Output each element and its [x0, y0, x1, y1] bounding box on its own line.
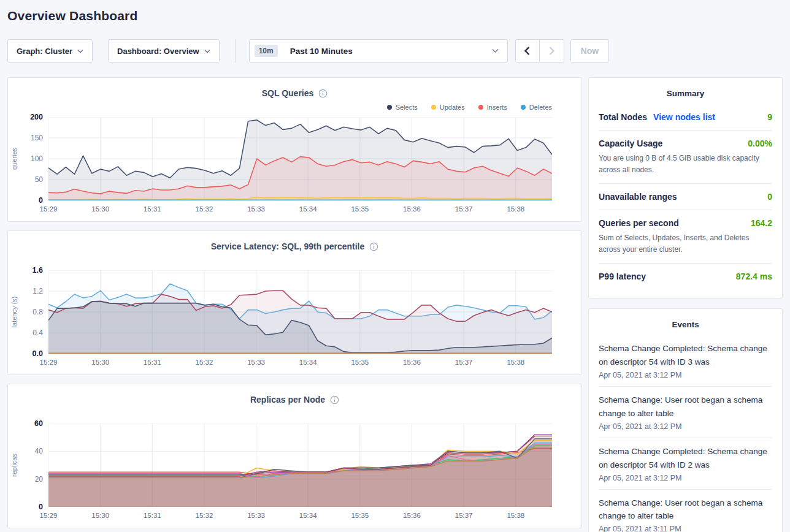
x-tick-label: 15:29 — [40, 205, 58, 213]
unavailable-ranges-value: 0 — [767, 192, 772, 202]
chart-plot-area[interactable]: queries050100150200 — [48, 117, 552, 200]
y-tick-label: 150 — [31, 134, 43, 142]
qps-value: 164.2 — [751, 218, 772, 228]
sql-queries-chart-panel: SQL QueriesSelectsUpdatesInsertsDeletesq… — [7, 77, 582, 222]
graph-scope-dropdown[interactable]: Graph: Cluster — [7, 39, 93, 63]
y-tick-label: 200 — [30, 113, 43, 121]
time-range-label: Past 10 Minutes — [290, 47, 487, 56]
chart-title: Replicas per Node — [250, 395, 325, 405]
x-tick-label: 15:34 — [299, 205, 317, 213]
time-range-badge: 10m — [255, 45, 278, 57]
x-tick-label: 15:30 — [91, 205, 109, 213]
sidebar-column: Summary Total Nodes View nodes list 9 Ca… — [588, 77, 783, 532]
x-tick-label: 15:36 — [403, 512, 421, 519]
legend-dot-icon — [431, 105, 436, 110]
summary-row-total-nodes: Total Nodes View nodes list 9 — [599, 104, 772, 130]
event-message: Schema Change: User root began a schema … — [599, 393, 772, 420]
x-tick-label: 15:38 — [507, 359, 524, 366]
x-tick-label: 15:33 — [247, 359, 265, 366]
x-tick-label: 15:36 — [403, 359, 421, 366]
y-axis-label: latency (s) — [10, 297, 18, 328]
x-tick-label: 15:35 — [351, 205, 369, 213]
service-latency-chart-panel: Service Latency: SQL, 99th percentilelat… — [7, 230, 582, 375]
summary-row-capacity: Capacity Usage 0.00% You are using 0 B o… — [599, 130, 772, 183]
now-button[interactable]: Now — [570, 39, 610, 63]
chevron-left-icon — [524, 47, 530, 55]
x-tick-label: 15:37 — [455, 205, 473, 213]
dashboard-toolbar: Graph: Cluster Dashboard: Overview 10m P… — [7, 39, 783, 63]
y-tick-label: 0 — [39, 503, 43, 511]
x-tick-label: 15:32 — [196, 359, 213, 366]
y-tick-label: 100 — [31, 154, 43, 163]
y-tick-label: 0 — [39, 196, 43, 205]
x-tick-label: 15:34 — [299, 512, 317, 519]
capacity-usage-label: Capacity Usage — [599, 139, 662, 148]
main-content: SQL QueriesSelectsUpdatesInsertsDeletesq… — [7, 77, 783, 532]
info-icon[interactable] — [369, 242, 378, 251]
info-icon[interactable] — [318, 89, 328, 98]
time-back-button[interactable] — [515, 39, 540, 63]
toolbar-divider — [235, 39, 236, 63]
x-tick-label: 15:34 — [299, 359, 317, 366]
summary-panel: Summary Total Nodes View nodes list 9 Ca… — [588, 77, 783, 298]
overview-dashboard-page: Overview Dashboard Graph: Cluster Dashbo… — [0, 0, 790, 532]
view-nodes-list-link[interactable]: View nodes list — [653, 112, 715, 122]
graph-scope-label: Graph: Cluster — [17, 47, 72, 56]
event-timestamp: Apr 05, 2021 at 3:11 PM — [599, 525, 772, 532]
chart-plot-area[interactable]: latency (s)0.00.40.81.21.6 — [48, 270, 552, 354]
chevron-down-icon — [204, 49, 210, 53]
legend-item: Inserts — [478, 102, 507, 112]
y-tick-label: 50 — [35, 175, 43, 184]
event-message: Schema Change Completed: Schema change o… — [599, 342, 772, 369]
legend-item: Selects — [387, 102, 418, 112]
event-timestamp: Apr 05, 2021 at 3:12 PM — [599, 422, 772, 431]
qps-label: Queries per second — [599, 218, 679, 228]
p99-latency-label: P99 latency — [599, 272, 646, 281]
capacity-usage-caption: You are using 0 B of 4.5 GiB usable disk… — [599, 153, 772, 175]
y-tick-label: 0.8 — [33, 308, 43, 316]
time-step-buttons — [515, 39, 564, 63]
event-list-item: Schema Change: User root began a schema … — [599, 386, 772, 438]
dashboard-dropdown-label: Dashboard: Overview — [117, 47, 199, 56]
x-tick-label: 15:35 — [351, 359, 369, 366]
y-tick-label: 0.0 — [33, 349, 43, 358]
legend-item: Updates — [431, 102, 465, 112]
x-axis: 15:2915:3015:3115:3215:3315:3415:3515:36… — [48, 203, 552, 215]
events-panel: Events Schema Change Completed: Schema c… — [588, 308, 783, 532]
x-tick-label: 15:33 — [247, 205, 265, 213]
x-tick-label: 15:30 — [91, 512, 109, 519]
event-timestamp: Apr 05, 2021 at 3:12 PM — [599, 474, 772, 482]
events-title: Events — [599, 317, 772, 335]
legend-dot-icon — [387, 105, 392, 110]
event-message: Schema Change Completed: Schema change o… — [599, 445, 772, 472]
event-list-item: Schema Change Completed: Schema change o… — [599, 335, 772, 386]
x-tick-label: 15:37 — [455, 359, 473, 366]
x-tick-label: 15:38 — [507, 205, 524, 213]
info-icon[interactable] — [330, 395, 339, 405]
x-tick-label: 15:35 — [351, 512, 369, 519]
summary-row-unavailable-ranges: Unavailable ranges 0 — [599, 183, 772, 210]
y-axis-label: queries — [10, 148, 18, 170]
chart-plot-area[interactable]: replicas0204060 — [48, 424, 552, 507]
event-message: Schema Change: User root began a schema … — [599, 496, 772, 523]
y-tick-label: 1.2 — [33, 287, 43, 295]
x-axis: 15:2915:3015:3115:3215:3315:3415:3515:36… — [48, 509, 552, 522]
y-tick-label: 20 — [35, 475, 43, 484]
dashboard-dropdown[interactable]: Dashboard: Overview — [108, 39, 220, 63]
y-tick-label: 1.6 — [33, 266, 43, 275]
x-tick-label: 15:31 — [144, 512, 161, 519]
summary-row-p99: P99 latency 872.4 ms — [599, 263, 772, 289]
time-range-picker[interactable]: 10m Past 10 Minutes — [249, 39, 508, 63]
x-axis: 15:2915:3015:3115:3215:3315:3415:3515:36… — [48, 356, 552, 368]
y-tick-label: 0.4 — [33, 329, 43, 337]
x-tick-label: 15:31 — [144, 359, 161, 366]
y-axis-label: replicas — [10, 454, 18, 477]
chevron-right-icon — [549, 47, 554, 55]
x-tick-label: 15:36 — [403, 205, 421, 213]
chart-title: SQL Queries — [262, 88, 314, 98]
chart-legend: SelectsUpdatesInsertsDeletes — [8, 102, 552, 112]
capacity-usage-value: 0.00% — [748, 139, 772, 148]
time-forward-button[interactable] — [540, 39, 564, 63]
legend-item: Deletes — [521, 102, 552, 112]
y-tick-label: 40 — [35, 447, 43, 455]
